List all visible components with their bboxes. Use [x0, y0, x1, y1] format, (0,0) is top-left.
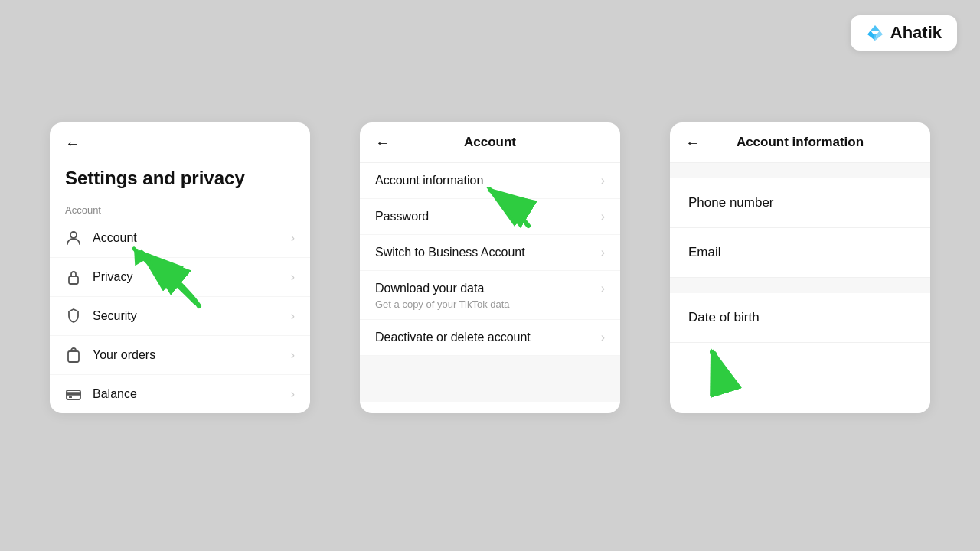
panel3-header: ← Account information	[670, 122, 930, 163]
menu-item-balance[interactable]: Balance ›	[50, 375, 310, 413]
download-data-label: Download your data	[375, 282, 601, 295]
panel2-header: ← Account	[360, 122, 620, 163]
deactivate-item[interactable]: Deactivate or delete account ›	[360, 320, 620, 356]
email-label: Email	[688, 245, 721, 259]
account-info-panel: ← Account information Phone number Email…	[670, 122, 930, 413]
svg-rect-2	[68, 351, 79, 362]
svg-rect-4	[67, 393, 80, 395]
panel1-back-row: ←	[50, 122, 310, 152]
chevron-icon: ›	[601, 282, 605, 295]
panel2-footer	[360, 356, 620, 402]
svg-rect-1	[69, 276, 78, 284]
panel3-title: Account information	[737, 135, 864, 150]
person-icon	[65, 230, 82, 246]
business-account-label: Switch to Business Account	[375, 246, 601, 259]
deactivate-label: Deactivate or delete account	[375, 331, 601, 344]
panel1-back-button[interactable]: ←	[65, 135, 80, 152]
chevron-icon: ›	[291, 231, 295, 245]
settings-privacy-panel: ← Settings and privacy Account Account ›	[50, 122, 310, 413]
business-account-item[interactable]: Switch to Business Account ›	[360, 235, 620, 271]
balance-icon	[65, 386, 82, 403]
panels-container: ← Settings and privacy Account Account ›	[50, 122, 930, 413]
menu-item-balance-label: Balance	[93, 387, 291, 401]
menu-item-privacy-label: Privacy	[93, 270, 291, 284]
panel3-section-divider2	[670, 278, 930, 293]
phone-number-label: Phone number	[688, 195, 774, 210]
ahatik-diamond-icon	[866, 24, 884, 42]
chevron-icon: ›	[601, 174, 605, 187]
chevron-icon: ›	[601, 246, 605, 259]
download-data-item[interactable]: Download your data › Get a copy of your …	[360, 271, 620, 320]
logo-text: Ahatik	[890, 23, 942, 43]
menu-item-orders[interactable]: Your orders ›	[50, 336, 310, 375]
svg-rect-5	[69, 396, 72, 398]
chevron-icon: ›	[291, 270, 295, 284]
chevron-icon: ›	[291, 348, 295, 362]
chevron-icon: ›	[291, 309, 295, 323]
chevron-icon: ›	[291, 387, 295, 401]
settings-title: Settings and privacy	[50, 152, 310, 198]
account-section-label: Account	[50, 198, 310, 219]
panel2-back-button[interactable]: ←	[375, 134, 390, 152]
orders-icon	[65, 347, 82, 364]
account-info-item[interactable]: Account information ›	[360, 163, 620, 199]
chevron-icon: ›	[601, 331, 605, 344]
account-panel: ← Account Account information › Password…	[360, 122, 620, 413]
chevron-icon: ›	[601, 210, 605, 223]
menu-item-security-label: Security	[93, 309, 291, 323]
password-item[interactable]: Password ›	[360, 199, 620, 235]
menu-item-privacy[interactable]: Privacy ›	[50, 258, 310, 297]
password-label: Password	[375, 210, 601, 223]
panel3-section-divider	[670, 163, 930, 178]
svg-point-0	[70, 232, 77, 238]
phone-number-item[interactable]: Phone number	[670, 178, 930, 228]
menu-item-account-label: Account	[93, 231, 291, 245]
email-item[interactable]: Email	[670, 228, 930, 278]
menu-item-security[interactable]: Security ›	[50, 297, 310, 336]
ahatik-logo: Ahatik	[851, 15, 957, 51]
menu-item-orders-label: Your orders	[93, 348, 291, 362]
dob-item[interactable]: Date of birth	[670, 293, 930, 343]
menu-item-account[interactable]: Account ›	[50, 219, 310, 258]
account-info-label: Account information	[375, 174, 601, 187]
lock-icon	[65, 269, 82, 285]
panel3-back-button[interactable]: ←	[685, 134, 701, 152]
dob-label: Date of birth	[688, 310, 760, 324]
panel2-title: Account	[464, 135, 516, 150]
shield-icon	[65, 308, 82, 324]
download-data-sublabel: Get a copy of your TikTok data	[360, 298, 620, 319]
